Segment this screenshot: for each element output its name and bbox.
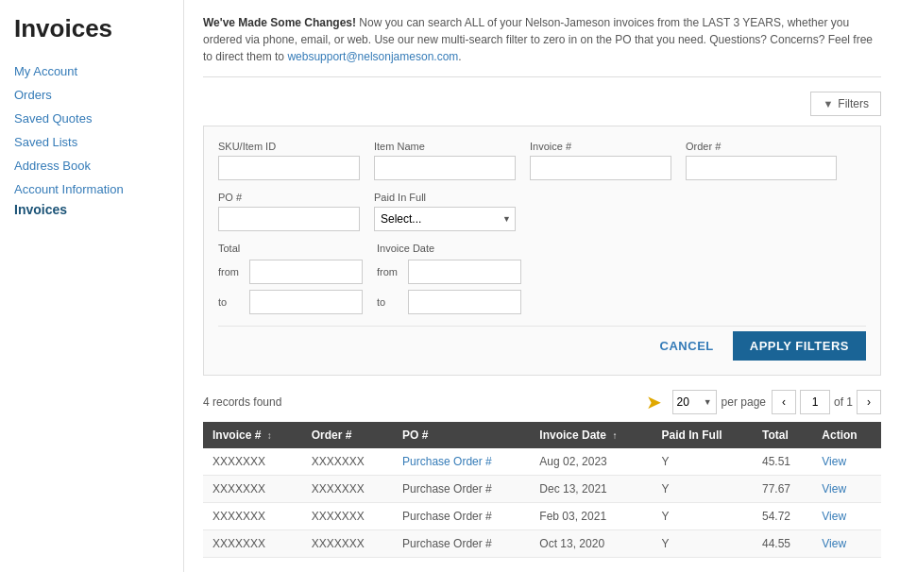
table-row: XXXXXXX XXXXXXX Purchase Order # Oct 13,… — [203, 530, 881, 558]
item-name-input[interactable] — [374, 156, 516, 180]
item-name-label: Item Name — [374, 141, 516, 152]
prev-page-button[interactable]: ‹ — [772, 390, 796, 414]
cell-po: Purchase Order # — [393, 530, 530, 558]
view-link[interactable]: View — [822, 482, 846, 496]
main-content: We've Made Some Changes! Now you can sea… — [184, 0, 900, 572]
sidebar-link-account-information[interactable]: Account Information — [14, 178, 169, 200]
total-from-input[interactable] — [249, 260, 363, 284]
cell-action[interactable]: View — [812, 503, 881, 530]
filters-button[interactable]: ▼ Filters — [810, 92, 881, 116]
sidebar-item-address-book[interactable]: Address Book — [14, 155, 169, 176]
col-action: Action — [812, 422, 881, 448]
per-page-select-wrapper: 20 50 100 — [672, 390, 717, 414]
sidebar-item-my-account[interactable]: My Account — [14, 60, 169, 82]
item-name-filter-group: Item Name — [374, 141, 516, 180]
po-filter-group: PO # — [218, 192, 360, 231]
notice-banner: We've Made Some Changes! Now you can sea… — [203, 14, 881, 77]
sidebar-item-invoices[interactable]: Invoices — [14, 202, 169, 217]
sidebar-item-orders[interactable]: Orders — [14, 84, 169, 106]
paid-in-full-select-wrapper: Select... Yes No — [374, 207, 516, 231]
filter-actions: CANCEL APPLY FILTERS — [218, 326, 866, 361]
total-from-label: from — [218, 266, 245, 277]
cell-total: 45.51 — [753, 448, 812, 476]
col-po: PO # — [393, 422, 530, 448]
cell-order: XXXXXXX — [302, 530, 393, 558]
sidebar-link-my-account[interactable]: My Account — [14, 60, 169, 82]
table-row: XXXXXXX XXXXXXX Purchase Order # Aug 02,… — [203, 448, 881, 476]
sidebar-link-orders[interactable]: Orders — [14, 84, 169, 106]
sidebar-link-saved-lists[interactable]: Saved Lists — [14, 131, 169, 153]
invoice-table: Invoice # ↕ Order # PO # Invoice Date ↑ … — [203, 422, 881, 558]
invoice-date-to-row: to — [377, 290, 521, 314]
view-link[interactable]: View — [822, 510, 846, 523]
total-to-input[interactable] — [249, 290, 363, 314]
sku-input[interactable] — [218, 156, 360, 180]
sort-date-icon: ↑ — [612, 430, 617, 441]
sidebar-item-saved-quotes[interactable]: Saved Quotes — [14, 108, 169, 129]
cell-po[interactable]: Purchase Order # — [393, 448, 530, 476]
invoice-date-from-input[interactable] — [408, 260, 521, 284]
next-page-button[interactable]: › — [857, 390, 881, 414]
cell-po: Purchase Order # — [393, 503, 530, 530]
paid-in-full-select[interactable]: Select... Yes No — [374, 207, 516, 231]
cell-paid-in-full: Y — [653, 503, 753, 530]
view-link[interactable]: View — [822, 455, 846, 468]
po-input[interactable] — [218, 207, 360, 231]
table-row: XXXXXXX XXXXXXX Purchase Order # Dec 13,… — [203, 476, 881, 503]
per-page-select[interactable]: 20 50 100 — [672, 390, 717, 414]
order-filter-group: Order # — [686, 141, 837, 180]
table-controls: 4 records found ➤ 20 50 100 per page ‹ — [203, 390, 881, 414]
col-paid-in-full: Paid In Full — [653, 422, 753, 448]
cell-total: 44.55 — [753, 530, 812, 558]
filter-row-2: PO # Paid In Full Select... Yes No — [218, 192, 866, 231]
total-label: Total — [218, 243, 363, 254]
cell-action[interactable]: View — [812, 476, 881, 503]
filter-row-3: Total from to Invoice Date from — [218, 243, 866, 314]
header-row: Invoice # ↕ Order # PO # Invoice Date ↑ … — [203, 422, 881, 448]
notice-email-link[interactable]: websupport@nelsonjameson.com — [287, 50, 458, 63]
cell-paid-in-full: Y — [653, 476, 753, 503]
filter-icon: ▼ — [823, 98, 833, 109]
sku-filter-group: SKU/Item ID — [218, 141, 360, 180]
cell-paid-in-full: Y — [653, 530, 753, 558]
total-from-row: from — [218, 260, 363, 284]
invoice-label: Invoice # — [530, 141, 671, 152]
po-link[interactable]: Purchase Order # — [402, 455, 492, 468]
sidebar-item-saved-lists[interactable]: Saved Lists — [14, 131, 169, 153]
sidebar-link-saved-quotes[interactable]: Saved Quotes — [14, 108, 169, 129]
filter-form: SKU/Item ID Item Name Invoice # Order # — [203, 126, 881, 376]
col-invoice-date[interactable]: Invoice Date ↑ — [530, 422, 652, 448]
filter-row-1: SKU/Item ID Item Name Invoice # Order # — [218, 141, 866, 180]
per-page-wrapper: 20 50 100 per page — [672, 390, 766, 414]
filters-bar: ▼ Filters — [203, 92, 881, 116]
cancel-button[interactable]: CANCEL — [651, 333, 723, 359]
sidebar-item-account-information[interactable]: Account Information — [14, 178, 169, 200]
table-header: Invoice # ↕ Order # PO # Invoice Date ↑ … — [203, 422, 881, 448]
sidebar-link-address-book[interactable]: Address Book — [14, 155, 169, 176]
total-to-label: to — [218, 296, 245, 308]
cell-order: XXXXXXX — [302, 476, 393, 503]
invoice-input[interactable] — [530, 156, 671, 180]
cell-total: 54.72 — [753, 503, 812, 530]
cell-invoice-date: Aug 02, 2023 — [530, 448, 652, 476]
invoice-date-to-input[interactable] — [408, 290, 521, 314]
po-text: Purchase Order # — [402, 482, 492, 496]
cell-invoice: XXXXXXX — [203, 530, 302, 558]
view-link[interactable]: View — [822, 537, 846, 550]
apply-filters-button[interactable]: APPLY FILTERS — [733, 331, 866, 361]
cell-action[interactable]: View — [812, 530, 881, 558]
invoice-filter-group: Invoice # — [530, 141, 671, 180]
cell-invoice: XXXXXXX — [203, 448, 302, 476]
order-input[interactable] — [686, 156, 837, 180]
table-row: XXXXXXX XXXXXXX Purchase Order # Feb 03,… — [203, 503, 881, 530]
sidebar: Invoices My Account Orders Saved Quotes … — [0, 0, 184, 572]
page-input[interactable] — [800, 390, 830, 414]
cell-action[interactable]: View — [812, 448, 881, 476]
cell-paid-in-full: Y — [653, 448, 753, 476]
col-invoice[interactable]: Invoice # ↕ — [203, 422, 302, 448]
invoice-date-filter-group: Invoice Date from to — [377, 243, 521, 314]
invoice-date-label: Invoice Date — [377, 243, 521, 254]
col-total: Total — [753, 422, 812, 448]
col-order: Order # — [302, 422, 393, 448]
sidebar-active-label: Invoices — [14, 202, 67, 217]
